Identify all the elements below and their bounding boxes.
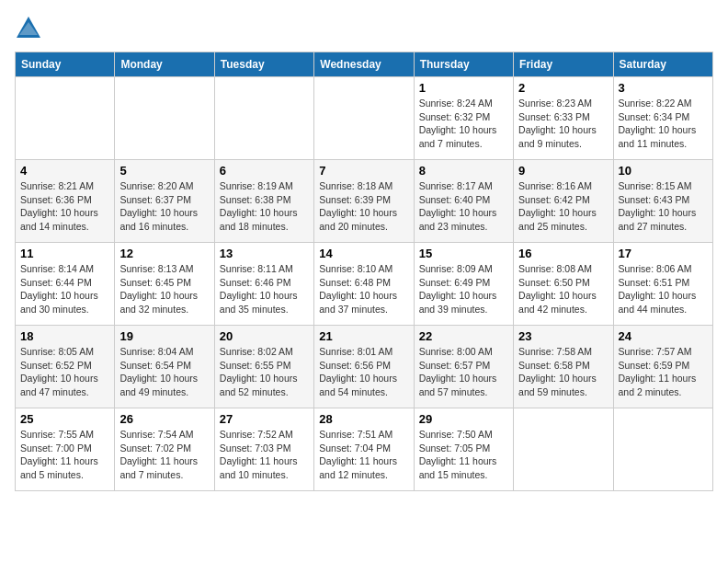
header-tuesday: Tuesday bbox=[214, 52, 313, 77]
cell-info: Sunrise: 8:04 AMSunset: 6:54 PMDaylight:… bbox=[119, 345, 209, 399]
header-sunday: Sunday bbox=[16, 52, 115, 77]
cell-info: Sunrise: 8:16 AMSunset: 6:42 PMDaylight:… bbox=[518, 179, 608, 234]
calendar-cell: 10Sunrise: 8:15 AMSunset: 6:43 PMDayligh… bbox=[613, 160, 712, 243]
cell-info: Sunrise: 8:14 AMSunset: 6:44 PMDaylight:… bbox=[20, 262, 109, 316]
calendar-cell: 20Sunrise: 8:02 AMSunset: 6:55 PMDayligh… bbox=[214, 326, 313, 408]
day-number: 13 bbox=[220, 247, 309, 260]
calendar-cell: 7Sunrise: 8:18 AMSunset: 6:39 PMDaylight… bbox=[314, 160, 414, 243]
calendar-cell: 8Sunrise: 8:17 AMSunset: 6:40 PMDaylight… bbox=[414, 160, 513, 243]
day-number: 19 bbox=[119, 329, 209, 343]
calendar-cell: 9Sunrise: 8:16 AMSunset: 6:42 PMDaylight… bbox=[514, 160, 613, 243]
calendar-cell: 29Sunrise: 7:50 AMSunset: 7:05 PMDayligh… bbox=[414, 408, 513, 491]
calendar-cell bbox=[115, 77, 214, 160]
logo bbox=[15, 15, 46, 42]
calendar-cell bbox=[514, 408, 613, 491]
calendar-body: 1Sunrise: 8:24 AMSunset: 6:32 PMDaylight… bbox=[16, 77, 713, 491]
calendar-cell: 1Sunrise: 8:24 AMSunset: 6:32 PMDaylight… bbox=[414, 77, 513, 160]
cell-info: Sunrise: 8:22 AMSunset: 6:34 PMDaylight:… bbox=[619, 97, 708, 151]
calendar-cell: 17Sunrise: 8:06 AMSunset: 6:51 PMDayligh… bbox=[613, 243, 712, 326]
day-number: 12 bbox=[119, 247, 209, 260]
cell-info: Sunrise: 8:06 AMSunset: 6:51 PMDaylight:… bbox=[619, 262, 708, 316]
cell-info: Sunrise: 8:20 AMSunset: 6:37 PMDaylight:… bbox=[119, 179, 209, 234]
header-friday: Friday bbox=[514, 52, 613, 77]
day-number: 2 bbox=[518, 81, 608, 95]
calendar-cell bbox=[613, 408, 712, 491]
cell-info: Sunrise: 8:19 AMSunset: 6:38 PMDaylight:… bbox=[220, 179, 309, 234]
calendar-week-5: 25Sunrise: 7:55 AMSunset: 7:00 PMDayligh… bbox=[16, 408, 713, 491]
logo-icon bbox=[15, 15, 42, 42]
cell-info: Sunrise: 8:23 AMSunset: 6:33 PMDaylight:… bbox=[518, 97, 608, 151]
day-number: 6 bbox=[220, 164, 309, 178]
calendar-cell: 6Sunrise: 8:19 AMSunset: 6:38 PMDaylight… bbox=[214, 160, 313, 243]
calendar-cell: 3Sunrise: 8:22 AMSunset: 6:34 PMDaylight… bbox=[613, 77, 712, 160]
day-number: 29 bbox=[419, 412, 508, 426]
day-number: 1 bbox=[419, 81, 508, 95]
day-number: 10 bbox=[619, 164, 708, 178]
calendar-cell: 2Sunrise: 8:23 AMSunset: 6:33 PMDaylight… bbox=[514, 77, 613, 160]
day-number: 27 bbox=[220, 412, 309, 426]
day-number: 7 bbox=[319, 164, 408, 178]
day-number: 14 bbox=[319, 247, 408, 260]
day-number: 26 bbox=[119, 412, 209, 426]
cell-info: Sunrise: 8:24 AMSunset: 6:32 PMDaylight:… bbox=[419, 97, 508, 151]
calendar-week-2: 4Sunrise: 8:21 AMSunset: 6:36 PMDaylight… bbox=[16, 160, 713, 243]
cell-info: Sunrise: 7:51 AMSunset: 7:04 PMDaylight:… bbox=[319, 428, 408, 482]
calendar-cell: 18Sunrise: 8:05 AMSunset: 6:52 PMDayligh… bbox=[16, 326, 115, 408]
page-header bbox=[15, 15, 713, 42]
day-number: 5 bbox=[119, 164, 209, 178]
day-number: 16 bbox=[518, 247, 608, 260]
cell-info: Sunrise: 8:05 AMSunset: 6:52 PMDaylight:… bbox=[20, 345, 109, 399]
cell-info: Sunrise: 8:21 AMSunset: 6:36 PMDaylight:… bbox=[20, 179, 109, 234]
cell-info: Sunrise: 7:58 AMSunset: 6:58 PMDaylight:… bbox=[518, 345, 608, 399]
day-number: 8 bbox=[419, 164, 508, 178]
calendar-week-1: 1Sunrise: 8:24 AMSunset: 6:32 PMDaylight… bbox=[16, 77, 713, 160]
cell-info: Sunrise: 8:17 AMSunset: 6:40 PMDaylight:… bbox=[419, 179, 508, 234]
cell-info: Sunrise: 8:01 AMSunset: 6:56 PMDaylight:… bbox=[319, 345, 408, 399]
day-number: 21 bbox=[319, 329, 408, 343]
day-number: 23 bbox=[518, 329, 608, 343]
day-number: 15 bbox=[419, 247, 508, 260]
calendar-table: SundayMondayTuesdayWednesdayThursdayFrid… bbox=[15, 52, 713, 491]
day-number: 22 bbox=[419, 329, 508, 343]
day-number: 24 bbox=[619, 329, 708, 343]
calendar-week-4: 18Sunrise: 8:05 AMSunset: 6:52 PMDayligh… bbox=[16, 326, 713, 408]
calendar-cell: 4Sunrise: 8:21 AMSunset: 6:36 PMDaylight… bbox=[16, 160, 115, 243]
calendar-cell: 16Sunrise: 8:08 AMSunset: 6:50 PMDayligh… bbox=[514, 243, 613, 326]
cell-info: Sunrise: 8:15 AMSunset: 6:43 PMDaylight:… bbox=[619, 179, 708, 234]
day-number: 18 bbox=[20, 329, 109, 343]
calendar-cell: 25Sunrise: 7:55 AMSunset: 7:00 PMDayligh… bbox=[16, 408, 115, 491]
calendar-cell bbox=[16, 77, 115, 160]
calendar-cell: 12Sunrise: 8:13 AMSunset: 6:45 PMDayligh… bbox=[115, 243, 214, 326]
cell-info: Sunrise: 7:50 AMSunset: 7:05 PMDaylight:… bbox=[419, 428, 508, 482]
header-monday: Monday bbox=[115, 52, 214, 77]
calendar-cell: 24Sunrise: 7:57 AMSunset: 6:59 PMDayligh… bbox=[613, 326, 712, 408]
calendar-cell: 13Sunrise: 8:11 AMSunset: 6:46 PMDayligh… bbox=[214, 243, 313, 326]
cell-info: Sunrise: 8:13 AMSunset: 6:45 PMDaylight:… bbox=[119, 262, 209, 316]
day-number: 3 bbox=[619, 81, 708, 95]
calendar-cell: 11Sunrise: 8:14 AMSunset: 6:44 PMDayligh… bbox=[16, 243, 115, 326]
header-saturday: Saturday bbox=[613, 52, 712, 77]
calendar-cell bbox=[214, 77, 313, 160]
cell-info: Sunrise: 8:08 AMSunset: 6:50 PMDaylight:… bbox=[518, 262, 608, 316]
day-number: 9 bbox=[518, 164, 608, 178]
calendar-cell: 5Sunrise: 8:20 AMSunset: 6:37 PMDaylight… bbox=[115, 160, 214, 243]
day-number: 4 bbox=[20, 164, 109, 178]
cell-info: Sunrise: 8:11 AMSunset: 6:46 PMDaylight:… bbox=[220, 262, 309, 316]
day-number: 17 bbox=[619, 247, 708, 260]
calendar-cell: 26Sunrise: 7:54 AMSunset: 7:02 PMDayligh… bbox=[115, 408, 214, 491]
calendar-cell: 28Sunrise: 7:51 AMSunset: 7:04 PMDayligh… bbox=[314, 408, 414, 491]
cell-info: Sunrise: 8:09 AMSunset: 6:49 PMDaylight:… bbox=[419, 262, 508, 316]
calendar-week-3: 11Sunrise: 8:14 AMSunset: 6:44 PMDayligh… bbox=[16, 243, 713, 326]
calendar-cell: 27Sunrise: 7:52 AMSunset: 7:03 PMDayligh… bbox=[214, 408, 313, 491]
cell-info: Sunrise: 7:55 AMSunset: 7:00 PMDaylight:… bbox=[20, 428, 109, 482]
day-number: 28 bbox=[319, 412, 408, 426]
cell-info: Sunrise: 8:02 AMSunset: 6:55 PMDaylight:… bbox=[220, 345, 309, 399]
day-number: 25 bbox=[20, 412, 109, 426]
header-thursday: Thursday bbox=[414, 52, 513, 77]
calendar-cell bbox=[314, 77, 414, 160]
calendar-header-row: SundayMondayTuesdayWednesdayThursdayFrid… bbox=[16, 52, 713, 77]
cell-info: Sunrise: 7:57 AMSunset: 6:59 PMDaylight:… bbox=[619, 345, 708, 399]
cell-info: Sunrise: 8:00 AMSunset: 6:57 PMDaylight:… bbox=[419, 345, 508, 399]
header-wednesday: Wednesday bbox=[314, 52, 414, 77]
calendar-cell: 23Sunrise: 7:58 AMSunset: 6:58 PMDayligh… bbox=[514, 326, 613, 408]
